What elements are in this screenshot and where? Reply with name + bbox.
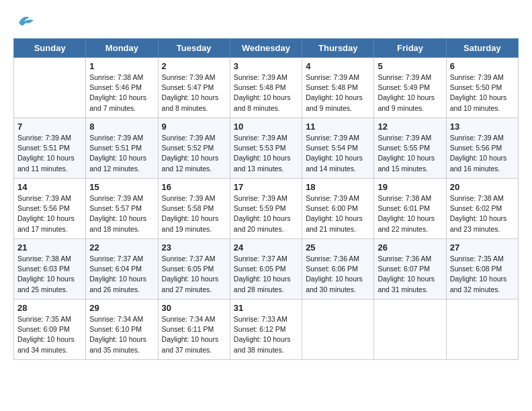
calendar-cell: 10Sunrise: 7:39 AM Sunset: 5:53 PM Dayli… (230, 118, 302, 179)
day-details: Sunrise: 7:39 AM Sunset: 5:51 PM Dayligh… (89, 133, 154, 174)
calendar-cell (302, 300, 374, 360)
day-number: 26 (378, 242, 442, 253)
day-number: 13 (450, 122, 515, 132)
logo (13, 13, 35, 32)
day-details: Sunrise: 7:39 AM Sunset: 5:48 PM Dayligh… (234, 73, 298, 113)
day-details: Sunrise: 7:39 AM Sunset: 5:52 PM Dayligh… (162, 133, 226, 174)
calendar-cell: 25Sunrise: 7:36 AM Sunset: 6:06 PM Dayli… (302, 239, 374, 300)
dow-header-thursday: Thursday (302, 39, 374, 58)
page-header (13, 13, 519, 32)
calendar-table: SundayMondayTuesdayWednesdayThursdayFrid… (13, 38, 519, 360)
day-number: 28 (17, 303, 82, 313)
calendar-cell: 9Sunrise: 7:39 AM Sunset: 5:52 PM Daylig… (158, 118, 230, 179)
calendar-cell: 3Sunrise: 7:39 AM Sunset: 5:48 PM Daylig… (230, 58, 302, 118)
calendar-cell: 21Sunrise: 7:38 AM Sunset: 6:03 PM Dayli… (14, 239, 86, 300)
day-number: 23 (162, 242, 226, 253)
calendar-cell: 7Sunrise: 7:39 AM Sunset: 5:51 PM Daylig… (14, 118, 86, 179)
day-details: Sunrise: 7:36 AM Sunset: 6:06 PM Dayligh… (306, 254, 370, 295)
calendar-cell: 27Sunrise: 7:35 AM Sunset: 6:08 PM Dayli… (446, 239, 518, 300)
day-details: Sunrise: 7:38 AM Sunset: 6:03 PM Dayligh… (17, 254, 82, 295)
day-number: 11 (306, 122, 370, 132)
calendar-cell: 28Sunrise: 7:35 AM Sunset: 6:09 PM Dayli… (14, 300, 86, 360)
calendar-cell: 22Sunrise: 7:37 AM Sunset: 6:04 PM Dayli… (86, 239, 158, 300)
day-number: 18 (306, 182, 370, 192)
dow-header-tuesday: Tuesday (158, 39, 230, 58)
day-number: 9 (162, 122, 226, 132)
calendar-cell: 5Sunrise: 7:39 AM Sunset: 5:49 PM Daylig… (374, 58, 446, 118)
day-number: 27 (450, 242, 515, 253)
day-details: Sunrise: 7:34 AM Sunset: 6:11 PM Dayligh… (162, 314, 226, 355)
day-number: 29 (89, 303, 154, 313)
day-details: Sunrise: 7:39 AM Sunset: 5:49 PM Dayligh… (378, 73, 442, 113)
day-number: 17 (234, 182, 298, 192)
day-details: Sunrise: 7:36 AM Sunset: 6:07 PM Dayligh… (378, 254, 442, 295)
day-details: Sunrise: 7:39 AM Sunset: 6:00 PM Dayligh… (306, 193, 370, 234)
calendar-cell: 31Sunrise: 7:33 AM Sunset: 6:12 PM Dayli… (230, 300, 302, 360)
logo-bird-icon (16, 13, 35, 32)
calendar-cell: 24Sunrise: 7:37 AM Sunset: 6:05 PM Dayli… (230, 239, 302, 300)
dow-header-sunday: Sunday (14, 39, 86, 58)
dow-header-friday: Friday (374, 39, 446, 58)
calendar-cell: 14Sunrise: 7:39 AM Sunset: 5:56 PM Dayli… (14, 179, 86, 239)
day-details: Sunrise: 7:35 AM Sunset: 6:09 PM Dayligh… (17, 314, 82, 355)
day-number: 20 (450, 182, 515, 192)
day-number: 5 (378, 61, 442, 71)
calendar-cell: 29Sunrise: 7:34 AM Sunset: 6:10 PM Dayli… (86, 300, 158, 360)
day-number: 21 (17, 242, 82, 253)
day-details: Sunrise: 7:39 AM Sunset: 5:55 PM Dayligh… (378, 133, 442, 174)
day-number: 16 (162, 182, 226, 192)
calendar-cell: 17Sunrise: 7:39 AM Sunset: 5:59 PM Dayli… (230, 179, 302, 239)
calendar-cell: 1Sunrise: 7:38 AM Sunset: 5:46 PM Daylig… (86, 58, 158, 118)
day-number: 25 (306, 242, 370, 253)
day-number: 19 (378, 182, 442, 192)
calendar-cell (14, 58, 86, 118)
calendar-cell (374, 300, 446, 360)
calendar-cell: 16Sunrise: 7:39 AM Sunset: 5:58 PM Dayli… (158, 179, 230, 239)
day-number: 31 (234, 303, 298, 313)
calendar-cell: 6Sunrise: 7:39 AM Sunset: 5:50 PM Daylig… (446, 58, 518, 118)
day-details: Sunrise: 7:35 AM Sunset: 6:08 PM Dayligh… (450, 254, 515, 295)
day-details: Sunrise: 7:37 AM Sunset: 6:04 PM Dayligh… (89, 254, 154, 295)
calendar-cell: 2Sunrise: 7:39 AM Sunset: 5:47 PM Daylig… (158, 58, 230, 118)
day-details: Sunrise: 7:39 AM Sunset: 5:59 PM Dayligh… (234, 193, 298, 234)
day-details: Sunrise: 7:39 AM Sunset: 5:58 PM Dayligh… (162, 193, 226, 234)
dow-header-wednesday: Wednesday (230, 39, 302, 58)
day-details: Sunrise: 7:38 AM Sunset: 5:46 PM Dayligh… (89, 73, 154, 113)
calendar-cell: 4Sunrise: 7:39 AM Sunset: 5:48 PM Daylig… (302, 58, 374, 118)
day-details: Sunrise: 7:34 AM Sunset: 6:10 PM Dayligh… (89, 314, 154, 355)
calendar-cell: 12Sunrise: 7:39 AM Sunset: 5:55 PM Dayli… (374, 118, 446, 179)
day-details: Sunrise: 7:33 AM Sunset: 6:12 PM Dayligh… (234, 314, 298, 355)
day-details: Sunrise: 7:39 AM Sunset: 5:54 PM Dayligh… (306, 133, 370, 174)
day-number: 6 (450, 61, 515, 71)
day-details: Sunrise: 7:39 AM Sunset: 5:53 PM Dayligh… (234, 133, 298, 174)
day-number: 15 (89, 182, 154, 192)
calendar-cell: 15Sunrise: 7:39 AM Sunset: 5:57 PM Dayli… (86, 179, 158, 239)
day-number: 2 (162, 61, 226, 71)
calendar-cell: 13Sunrise: 7:39 AM Sunset: 5:56 PM Dayli… (446, 118, 518, 179)
day-details: Sunrise: 7:37 AM Sunset: 6:05 PM Dayligh… (162, 254, 226, 295)
dow-header-saturday: Saturday (446, 39, 518, 58)
day-details: Sunrise: 7:39 AM Sunset: 5:50 PM Dayligh… (450, 73, 515, 113)
day-details: Sunrise: 7:39 AM Sunset: 5:57 PM Dayligh… (89, 193, 154, 234)
day-number: 7 (17, 122, 82, 132)
calendar-cell: 19Sunrise: 7:38 AM Sunset: 6:01 PM Dayli… (374, 179, 446, 239)
calendar-cell: 30Sunrise: 7:34 AM Sunset: 6:11 PM Dayli… (158, 300, 230, 360)
calendar-cell (446, 300, 518, 360)
day-number: 30 (162, 303, 226, 313)
day-details: Sunrise: 7:39 AM Sunset: 5:51 PM Dayligh… (17, 133, 82, 174)
day-details: Sunrise: 7:39 AM Sunset: 5:56 PM Dayligh… (450, 133, 515, 174)
day-number: 10 (234, 122, 298, 132)
calendar-cell: 20Sunrise: 7:38 AM Sunset: 6:02 PM Dayli… (446, 179, 518, 239)
calendar-cell: 11Sunrise: 7:39 AM Sunset: 5:54 PM Dayli… (302, 118, 374, 179)
dow-header-monday: Monday (86, 39, 158, 58)
calendar-cell: 26Sunrise: 7:36 AM Sunset: 6:07 PM Dayli… (374, 239, 446, 300)
day-number: 8 (89, 122, 154, 132)
day-details: Sunrise: 7:39 AM Sunset: 5:48 PM Dayligh… (306, 73, 370, 113)
day-number: 22 (89, 242, 154, 253)
day-number: 12 (378, 122, 442, 132)
day-details: Sunrise: 7:39 AM Sunset: 5:56 PM Dayligh… (17, 193, 82, 234)
calendar-cell: 18Sunrise: 7:39 AM Sunset: 6:00 PM Dayli… (302, 179, 374, 239)
day-number: 14 (17, 182, 82, 192)
day-number: 24 (234, 242, 298, 253)
calendar-cell: 23Sunrise: 7:37 AM Sunset: 6:05 PM Dayli… (158, 239, 230, 300)
